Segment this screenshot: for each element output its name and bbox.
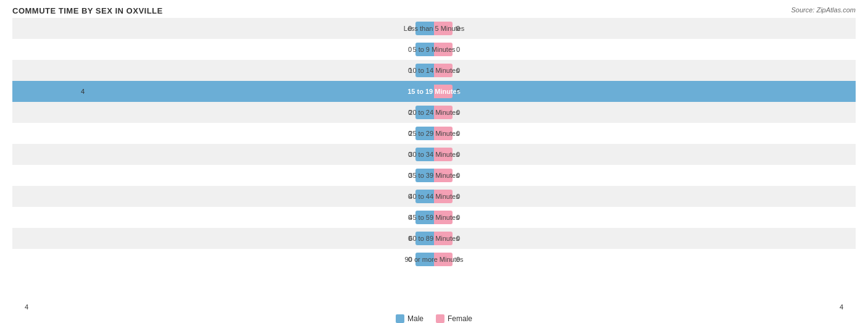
chart-row: 0Less than 5 Minutes0: [12, 18, 856, 39]
axis-bottom: 4 4: [12, 303, 856, 311]
male-bar: [415, 43, 434, 56]
legend-female: Female: [436, 314, 472, 323]
male-value: 4: [76, 88, 85, 95]
chart-row: 415 to 19 Minutes0: [12, 81, 856, 102]
female-value: 0: [456, 235, 465, 242]
legend-female-label: Female: [448, 314, 472, 323]
male-bar: [415, 169, 434, 182]
female-bar: [434, 43, 453, 56]
male-bar: [415, 22, 434, 35]
male-bar: [88, 85, 434, 98]
female-value: 0: [456, 67, 465, 74]
axis-left-value: 4: [25, 303, 28, 311]
male-value: 0: [403, 67, 412, 74]
row-left: 0: [12, 18, 434, 39]
male-value: 0: [403, 214, 412, 221]
legend-male-box: [396, 314, 404, 323]
female-bar: [434, 211, 453, 224]
male-bar: [415, 190, 434, 203]
chart-row: 05 to 9 Minutes0: [12, 39, 856, 60]
row-left: 4: [12, 81, 434, 102]
row-right: 0: [434, 18, 856, 39]
female-value: 0: [456, 25, 465, 32]
row-left: 0: [12, 102, 434, 123]
male-value: 0: [403, 193, 412, 200]
chart-container: COMMUTE TIME BY SEX IN OXVILLE Source: Z…: [0, 0, 868, 323]
female-value: 0: [456, 88, 465, 95]
female-value: 0: [456, 214, 465, 221]
male-bar: [415, 232, 434, 245]
chart-title: COMMUTE TIME BY SEX IN OXVILLE: [12, 6, 856, 15]
row-right: 0: [434, 207, 856, 228]
chart-row: 025 to 29 Minutes0: [12, 123, 856, 144]
chart-row: 060 to 89 Minutes0: [12, 228, 856, 249]
row-left: 0: [12, 186, 434, 207]
male-bar: [415, 106, 434, 119]
legend: Male Female: [12, 314, 856, 323]
female-bar: [434, 253, 453, 266]
legend-male-label: Male: [407, 314, 424, 323]
female-value: 0: [456, 130, 465, 137]
male-value: 0: [403, 109, 412, 116]
chart-row: 020 to 24 Minutes0: [12, 102, 856, 123]
axis-right-value: 4: [840, 303, 843, 311]
row-left: 0: [12, 165, 434, 186]
row-right: 0: [434, 228, 856, 249]
row-right: 0: [434, 144, 856, 165]
female-bar: [434, 85, 453, 98]
female-bar: [434, 169, 453, 182]
row-left: 0: [12, 39, 434, 60]
row-left: 0: [12, 207, 434, 228]
female-value: 0: [456, 193, 465, 200]
male-value: 0: [403, 25, 412, 32]
female-bar: [434, 148, 453, 161]
female-bar: [434, 190, 453, 203]
female-bar: [434, 232, 453, 245]
female-bar: [434, 22, 453, 35]
row-right: 0: [434, 165, 856, 186]
legend-female-box: [436, 314, 444, 323]
row-right: 0: [434, 249, 856, 270]
female-bar: [434, 64, 453, 77]
legend-male: Male: [396, 314, 424, 323]
chart-row: 030 to 34 Minutes0: [12, 144, 856, 165]
row-left: 0: [12, 123, 434, 144]
male-bar: [415, 253, 434, 266]
chart-row: 040 to 44 Minutes0: [12, 186, 856, 207]
chart-area: 0Less than 5 Minutes005 to 9 Minutes0010…: [12, 18, 856, 267]
female-bar: [434, 106, 453, 119]
male-value: 0: [403, 235, 412, 242]
female-value: 0: [456, 46, 465, 53]
row-right: 0: [434, 123, 856, 144]
female-bar: [434, 127, 453, 140]
female-value: 0: [456, 172, 465, 179]
row-left: 0: [12, 228, 434, 249]
row-right: 0: [434, 39, 856, 60]
female-value: 0: [456, 151, 465, 158]
male-value: 0: [403, 172, 412, 179]
male-value: 0: [403, 256, 412, 263]
row-right: 0: [434, 102, 856, 123]
chart-row: 035 to 39 Minutes0: [12, 165, 856, 186]
row-right: 0: [434, 60, 856, 81]
chart-row: 090 or more Minutes0: [12, 249, 856, 270]
female-value: 0: [456, 109, 465, 116]
chart-row: 010 to 14 Minutes0: [12, 60, 856, 81]
row-right: 0: [434, 186, 856, 207]
male-bar: [415, 127, 434, 140]
row-left: 0: [12, 144, 434, 165]
male-bar: [415, 64, 434, 77]
female-value: 0: [456, 256, 465, 263]
male-value: 0: [403, 130, 412, 137]
row-left: 0: [12, 60, 434, 81]
chart-bottom: 4 4 Male Female: [12, 301, 856, 323]
male-bar: [415, 211, 434, 224]
row-right: 0: [434, 81, 856, 102]
male-value: 0: [403, 46, 412, 53]
row-left: 0: [12, 249, 434, 270]
chart-source: Source: ZipAtlas.com: [791, 6, 856, 14]
chart-row: 045 to 59 Minutes0: [12, 207, 856, 228]
male-bar: [415, 148, 434, 161]
male-value: 0: [403, 151, 412, 158]
